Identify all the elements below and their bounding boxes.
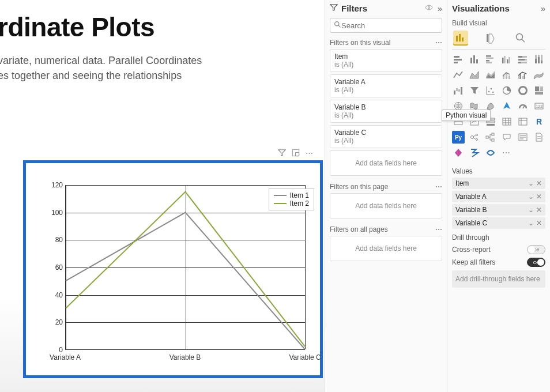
remove-field-icon[interactable]: ✕: [536, 193, 542, 201]
filter-card[interactable]: Variable A is (All): [330, 74, 442, 97]
add-all-pages-filter-drop[interactable]: Add data fields here: [330, 236, 442, 261]
line-chart-icon[interactable]: [452, 69, 465, 81]
section-more-icon[interactable]: ⋯: [435, 183, 442, 191]
get-more-visuals-icon[interactable]: ⋯: [500, 146, 513, 159]
field-well[interactable]: Variable B ⌄ ✕: [452, 204, 545, 216]
clustered-bar-chart-icon[interactable]: [484, 53, 497, 66]
filter-icon[interactable]: [278, 149, 286, 159]
series-item-2: [66, 192, 305, 346]
remove-field-icon[interactable]: ✕: [536, 219, 542, 227]
svg-point-77: [471, 136, 474, 139]
svg-point-51: [491, 88, 492, 90]
field-well[interactable]: Item ⌄ ✕: [452, 178, 545, 189]
area-chart-icon[interactable]: [468, 69, 481, 81]
svg-rect-21: [502, 58, 504, 63]
svg-line-81: [473, 138, 476, 140]
filter-value: is (All): [334, 86, 438, 94]
filters-header-label: Filters: [341, 3, 367, 13]
remove-field-icon[interactable]: ✕: [536, 206, 542, 214]
filter-card[interactable]: Variable B is (All): [330, 100, 442, 123]
filter-card[interactable]: Variable C is (All): [330, 125, 442, 148]
focus-mode-icon[interactable]: [292, 149, 300, 159]
filter-name: Variable C: [334, 129, 438, 137]
table-icon[interactable]: [500, 115, 513, 128]
stacked-area-icon[interactable]: [484, 69, 497, 81]
line-stacked-column-icon[interactable]: [500, 69, 513, 81]
keep-all-filters-toggle[interactable]: On: [527, 258, 545, 267]
series-item-1: [66, 213, 305, 349]
cross-report-toggle[interactable]: Off: [527, 245, 545, 254]
add-visual-filter-drop[interactable]: Add data fields here: [330, 150, 442, 176]
svg-rect-17: [486, 55, 491, 57]
report-canvas[interactable]: rdinate Plots variate, numerical data. P…: [0, 0, 325, 392]
ytick-100: 100: [49, 209, 63, 217]
treemap-icon[interactable]: [533, 84, 545, 97]
power-apps-icon[interactable]: [452, 146, 465, 159]
remove-field-icon[interactable]: ✕: [536, 179, 542, 187]
legend-item-2: Item 2: [274, 199, 309, 208]
azure-map-icon[interactable]: [500, 100, 513, 112]
line-clustered-column-icon[interactable]: [517, 69, 529, 81]
stacked-bar-chart-icon[interactable]: [452, 53, 465, 66]
card-icon[interactable]: 123: [533, 100, 545, 112]
hundred-percent-column-icon[interactable]: [533, 53, 545, 66]
values-label: Values: [452, 167, 545, 175]
page-title: rdinate Plots: [0, 12, 325, 43]
clustered-column-chart-icon[interactable]: [500, 53, 513, 66]
section-more-icon[interactable]: ⋯: [435, 225, 442, 233]
filter-search-input[interactable]: [341, 21, 438, 30]
smart-narrative-icon[interactable]: [517, 131, 529, 144]
more-options-icon[interactable]: ⋯: [306, 149, 314, 159]
svg-rect-42: [522, 76, 523, 79]
analytics-tab[interactable]: [513, 31, 528, 46]
filters-on-all-pages-label: Filters on all pages: [330, 225, 388, 233]
qna-icon[interactable]: [500, 131, 513, 144]
ytick-20: 20: [49, 318, 63, 326]
ribbon-chart-icon[interactable]: [533, 69, 545, 81]
section-more-icon[interactable]: ⋯: [435, 39, 442, 47]
stacked-column-chart-icon[interactable]: [468, 53, 481, 66]
arcgis-maps-icon[interactable]: [484, 146, 497, 159]
filters-pane: Filters » Filters on this visual ⋯ Item …: [325, 0, 447, 392]
visualizations-pane: Visualizations » Build visual Python vis…: [447, 0, 550, 392]
paginated-report-icon[interactable]: [533, 131, 545, 144]
legend-label-1: Item 1: [290, 191, 309, 199]
hundred-percent-bar-icon[interactable]: [517, 53, 529, 66]
python-visual-icon[interactable]: Py: [452, 131, 465, 144]
chevron-down-icon[interactable]: ⌄: [526, 206, 536, 214]
field-well[interactable]: Variable C ⌄ ✕: [452, 217, 545, 229]
drill-through-drop[interactable]: Add drill-through fields here: [452, 270, 545, 288]
python-visual-frame[interactable]: 120 100 80 60 40 20 0 Variable A Variabl…: [23, 160, 323, 378]
svg-rect-28: [518, 59, 525, 61]
collapse-pane-icon[interactable]: »: [541, 3, 545, 13]
svg-point-9: [517, 34, 523, 40]
decomposition-tree-icon[interactable]: [484, 131, 497, 144]
power-automate-icon[interactable]: [468, 146, 481, 159]
format-visual-tab[interactable]: [483, 31, 498, 46]
collapse-pane-icon[interactable]: »: [438, 3, 442, 13]
gauge-icon[interactable]: [517, 100, 529, 112]
chevron-down-icon[interactable]: ⌄: [526, 219, 536, 227]
svg-line-60: [523, 105, 525, 108]
filters-on-page-label: Filters on this page: [330, 183, 388, 191]
chevron-down-icon[interactable]: ⌄: [526, 193, 536, 201]
build-visual-tab[interactable]: [453, 31, 468, 46]
filter-card[interactable]: Item is (All): [330, 49, 442, 72]
matrix-icon[interactable]: [517, 115, 529, 128]
svg-rect-30: [518, 62, 521, 63]
svg-rect-23: [507, 59, 508, 63]
field-well[interactable]: Variable A ⌄ ✕: [452, 191, 545, 202]
scatter-chart-icon[interactable]: [484, 84, 497, 97]
eye-icon[interactable]: [425, 3, 433, 13]
waterfall-chart-icon[interactable]: [452, 84, 465, 97]
funnel-chart-icon[interactable]: [468, 84, 481, 97]
key-influencers-icon[interactable]: [468, 131, 481, 144]
donut-chart-icon[interactable]: [517, 84, 529, 97]
svg-rect-13: [454, 62, 458, 63]
svg-rect-83: [492, 133, 494, 135]
pie-chart-icon[interactable]: [500, 84, 513, 97]
filter-search[interactable]: [330, 18, 442, 33]
chevron-down-icon[interactable]: ⌄: [526, 179, 536, 187]
add-page-filter-drop[interactable]: Add data fields here: [330, 193, 442, 218]
r-visual-icon[interactable]: R: [533, 115, 545, 128]
